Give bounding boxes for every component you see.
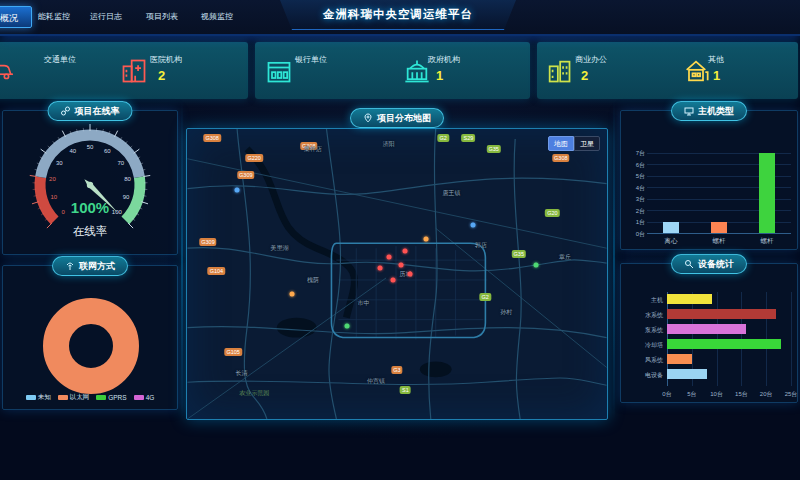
map-controls: 地图 卫星 bbox=[548, 136, 600, 151]
svg-text:0: 0 bbox=[61, 209, 65, 215]
stat-card-2: 银行单位 政府机构 1 bbox=[255, 42, 530, 99]
stat-label: 商业办公 bbox=[575, 54, 607, 65]
bar-泵系统 bbox=[667, 324, 746, 334]
road-badge: G20 bbox=[545, 209, 559, 217]
svg-text:50: 50 bbox=[87, 144, 94, 150]
stat-label: 政府机构 bbox=[428, 54, 460, 65]
legend-item[interactable]: 未知 bbox=[26, 393, 51, 402]
project-marker[interactable] bbox=[390, 277, 395, 282]
car-icon bbox=[0, 57, 14, 85]
stat-label: 交通单位 bbox=[44, 54, 76, 65]
project-marker[interactable] bbox=[424, 237, 429, 242]
project-marker[interactable] bbox=[235, 187, 240, 192]
network-header: 联网方式 bbox=[52, 256, 128, 276]
satellite-mode-button[interactable]: 卫星 bbox=[574, 136, 600, 151]
bar-离心 bbox=[663, 222, 679, 234]
road-badge: G3 bbox=[391, 366, 402, 374]
legend-item[interactable]: 以太网 bbox=[58, 393, 90, 402]
legend-label: 以太网 bbox=[70, 393, 90, 402]
place-label: 市中 bbox=[357, 299, 369, 308]
stat-label: 医院机构 bbox=[150, 54, 182, 65]
project-marker[interactable] bbox=[407, 272, 412, 277]
project-marker[interactable] bbox=[533, 263, 538, 268]
panel-title: 主机类型 bbox=[698, 105, 734, 118]
bar-主机 bbox=[667, 294, 712, 304]
road-badge: G105 bbox=[224, 348, 241, 356]
device-stats-panel: 设备统计 0台5台10台15台20台25台主机水系统泵系统冷却塔风系统电设备 bbox=[620, 263, 798, 403]
svg-text:100%: 100% bbox=[71, 199, 109, 216]
road-badge: G35 bbox=[512, 250, 526, 258]
svg-text:100: 100 bbox=[112, 209, 123, 215]
svg-text:20: 20 bbox=[49, 176, 56, 182]
road-badge: G104 bbox=[208, 267, 225, 275]
hospital-icon bbox=[120, 57, 148, 85]
stat-value: 2 bbox=[581, 68, 588, 83]
nav-tab-overview[interactable]: 概况 bbox=[0, 6, 32, 28]
online-rate-gauge: 0102030405060708090100100%在线率 bbox=[3, 111, 177, 243]
place-label: 桑梓店 bbox=[304, 145, 322, 154]
legend-swatch bbox=[134, 395, 144, 400]
place-label: 郭店 bbox=[475, 241, 487, 250]
host-type-chart: 0台1台2台3台4台5台6台7台离心螺杆螺杆 bbox=[621, 111, 797, 249]
project-marker[interactable] bbox=[290, 292, 295, 297]
monitor-icon bbox=[684, 106, 694, 116]
dashboard: 概况 能耗监控 运行日志 项目列表 视频监控 金洲科瑞中央空调运维平台 交通单位… bbox=[0, 0, 800, 480]
top-nav-bar: 概况 能耗监控 运行日志 项目列表 视频监控 金洲科瑞中央空调运维平台 bbox=[0, 0, 800, 36]
network-donut-chart bbox=[43, 298, 139, 394]
nav-tab-video[interactable]: 视频监控 bbox=[201, 11, 233, 22]
stat-value: 2 bbox=[158, 68, 165, 83]
project-marker[interactable] bbox=[378, 266, 383, 271]
project-marker[interactable] bbox=[470, 222, 475, 227]
road-badge: G220 bbox=[245, 154, 262, 162]
stat-label: 其他 bbox=[708, 54, 724, 65]
host-type-panel: 主机类型 0台1台2台3台4台5台6台7台离心螺杆螺杆 bbox=[620, 110, 798, 250]
antenna-icon bbox=[65, 261, 75, 271]
online-rate-panel: 项目在线率 0102030405060708090100100%在线率 bbox=[2, 110, 178, 255]
road-badge: G2 bbox=[438, 134, 449, 142]
nav-tab-energy[interactable]: 能耗监控 bbox=[38, 11, 70, 22]
panel-title: 项目在线率 bbox=[75, 105, 120, 118]
search-icon bbox=[684, 259, 694, 269]
project-marker[interactable] bbox=[344, 324, 349, 329]
svg-text:60: 60 bbox=[104, 148, 111, 154]
map-overlay: G308G308G220G309G309G104G105G3G308G2S29G… bbox=[187, 129, 607, 419]
place-label: 章丘 bbox=[559, 252, 571, 261]
bar-冷却塔 bbox=[667, 339, 781, 349]
stat-label: 银行单位 bbox=[295, 54, 327, 65]
device-stats-header: 设备统计 bbox=[671, 254, 747, 274]
panel-title: 项目分布地图 bbox=[377, 112, 431, 125]
map-mode-button[interactable]: 地图 bbox=[548, 136, 574, 151]
road-badge: G2 bbox=[480, 293, 491, 301]
nav-tab-projects[interactable]: 项目列表 bbox=[146, 11, 178, 22]
divider bbox=[181, 100, 183, 420]
government-icon bbox=[403, 57, 431, 85]
svg-text:80: 80 bbox=[124, 176, 131, 182]
road-badge: G35 bbox=[486, 145, 500, 153]
legend-item[interactable]: GPRS bbox=[96, 393, 126, 402]
link-icon bbox=[61, 106, 71, 116]
legend-label: GPRS bbox=[108, 394, 126, 401]
project-marker[interactable] bbox=[403, 248, 408, 253]
network-legend: 未知以太网GPRS4G bbox=[3, 393, 177, 402]
bar-螺杆 bbox=[759, 153, 775, 234]
bank-icon bbox=[265, 57, 293, 85]
project-marker[interactable] bbox=[399, 263, 404, 268]
svg-text:70: 70 bbox=[117, 160, 124, 166]
project-map[interactable]: 项目分布地图 G308G bbox=[186, 128, 608, 420]
legend-item[interactable]: 4G bbox=[134, 393, 155, 402]
nav-tab-logs[interactable]: 运行日志 bbox=[90, 11, 122, 22]
project-marker[interactable] bbox=[386, 254, 391, 259]
map-header: 项目分布地图 bbox=[350, 108, 444, 128]
place-label: 孙村 bbox=[500, 307, 512, 316]
svg-text:90: 90 bbox=[123, 194, 130, 200]
place-label: 槐荫 bbox=[307, 275, 319, 284]
bar-螺杆 bbox=[711, 222, 727, 234]
svg-text:10: 10 bbox=[51, 194, 58, 200]
office-building-icon bbox=[545, 57, 573, 85]
device-stats-chart: 0台5台10台15台20台25台主机水系统泵系统冷却塔风系统电设备 bbox=[621, 264, 797, 402]
house-icon bbox=[682, 57, 710, 85]
place-label: 仲宫镇 bbox=[367, 377, 385, 386]
bar-电设备 bbox=[667, 369, 707, 379]
bar-水系统 bbox=[667, 309, 776, 319]
network-panel: 联网方式 未知以太网GPRS4G bbox=[2, 265, 178, 410]
